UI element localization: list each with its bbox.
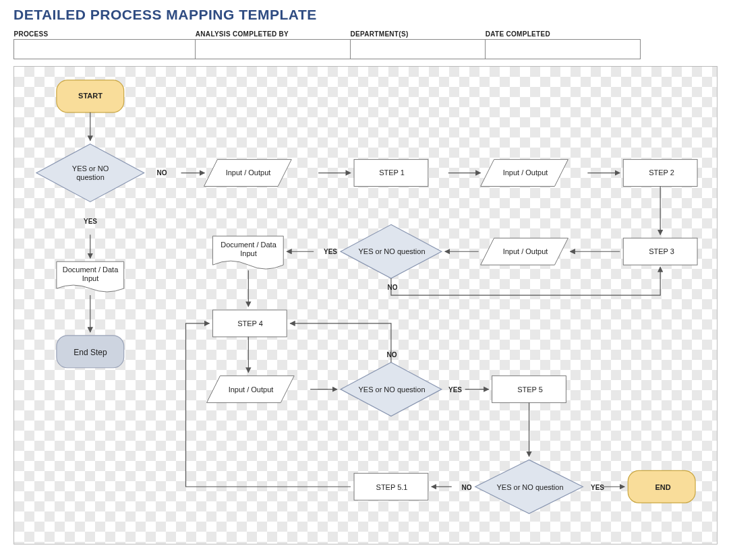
meta-header-date: DATE COMPLETED xyxy=(486,28,641,40)
edge-label-q2-yes: YES xyxy=(320,247,341,256)
edge-label-q1-yes: YES xyxy=(78,216,103,226)
edge-label-q3-yes: YES xyxy=(445,385,465,394)
start-terminator[interactable]: START xyxy=(57,80,124,113)
step-1[interactable]: STEP 1 xyxy=(355,160,429,187)
step-5[interactable]: STEP 5 xyxy=(493,377,567,404)
meta-header-process: PROCESS xyxy=(14,28,196,40)
edge-label-q2-no: NO xyxy=(382,282,403,292)
document-input-2[interactable]: Document / Data Input xyxy=(213,237,284,262)
meta-cell-process[interactable] xyxy=(14,40,196,59)
edge-label-q1-no: NO xyxy=(152,168,172,177)
page-title: DETAILED PROCESS MAPPING TEMPLATE xyxy=(13,7,718,23)
io-1[interactable]: Input / Output xyxy=(204,160,292,187)
meta-header-department: DEPARTMENT(S) xyxy=(351,28,486,40)
meta-cell-date[interactable] xyxy=(486,40,641,59)
edge-label-q4-yes: YES xyxy=(587,483,608,492)
step-4[interactable]: STEP 4 xyxy=(213,311,287,338)
io-3[interactable]: Input / Output xyxy=(481,239,569,266)
edge-label-q4-no: NO xyxy=(457,483,477,492)
edge-label-q3-no: NO xyxy=(382,350,402,359)
meta-cell-department[interactable] xyxy=(351,40,486,59)
step-3[interactable]: STEP 3 xyxy=(624,239,699,266)
metadata-table: PROCESS ANALYSIS COMPLETED BY DEPARTMENT… xyxy=(13,28,641,59)
end-terminator[interactable]: END xyxy=(629,472,697,504)
decision-q2[interactable]: YES or NO question xyxy=(350,240,434,264)
meta-header-analysis: ANALYSIS COMPLETED BY xyxy=(196,28,351,40)
decision-q1[interactable]: YES or NO question xyxy=(57,161,124,185)
flowchart-canvas: START YES or NO question Document / Data… xyxy=(13,66,718,545)
io-4[interactable]: Input / Output xyxy=(207,377,295,404)
meta-cell-analysis[interactable] xyxy=(196,40,351,59)
step-5-1[interactable]: STEP 5.1 xyxy=(355,474,429,501)
document-input-1[interactable]: Document / Data Input xyxy=(57,262,124,286)
io-2[interactable]: Input / Output xyxy=(481,160,569,187)
end-step-terminator[interactable]: End Step xyxy=(57,336,124,369)
decision-q4[interactable]: YES or NO question xyxy=(488,476,572,500)
step-2[interactable]: STEP 2 xyxy=(624,160,699,187)
decision-q3[interactable]: YES or NO question xyxy=(350,378,434,402)
